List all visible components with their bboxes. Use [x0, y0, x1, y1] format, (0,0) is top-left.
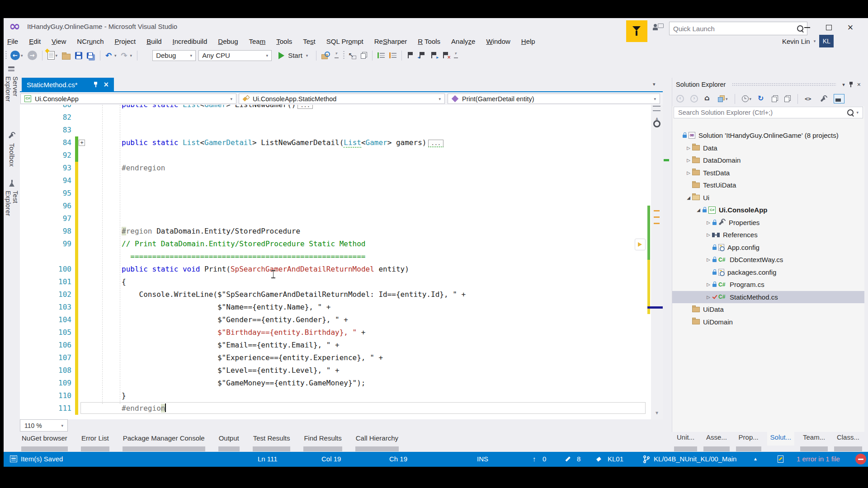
pin-icon[interactable] — [849, 82, 854, 88]
edit-count[interactable]: 8 — [577, 455, 580, 463]
menu-window[interactable]: Window — [481, 35, 515, 47]
pin-icon[interactable] — [93, 82, 98, 88]
tree-item-properties[interactable]: ▷Properties — [672, 216, 864, 229]
menu-ncrunch[interactable]: NCrunch — [71, 35, 109, 47]
menu-test[interactable]: Test — [297, 35, 321, 47]
menu-sql-prompt[interactable]: SQL Prompt — [321, 35, 369, 47]
redo-button[interactable]: ▾ — [120, 50, 133, 61]
overflow-button[interactable] — [334, 51, 340, 60]
restore-button[interactable] — [818, 21, 839, 34]
undo-button[interactable]: ▾ — [104, 50, 118, 61]
menu-incredibuild[interactable]: Incredibuild — [167, 35, 213, 47]
collapse-all-button[interactable] — [783, 94, 792, 103]
code-line-103[interactable]: 103 $"Name=={entity.Name}, " + — [20, 301, 663, 314]
show-all-files-button[interactable] — [771, 94, 779, 103]
overflow-button[interactable] — [453, 51, 460, 60]
code-editor[interactable]: 80 public static List<Gamer> ListNewGame… — [20, 105, 663, 419]
splitter-grip[interactable] — [664, 159, 669, 161]
copy-format-button[interactable] — [360, 51, 368, 60]
pending-changes-filter-button[interactable]: ▾ — [741, 94, 753, 103]
tree-item-dbcontextway-cs[interactable]: ▷DbContextWay.cs — [672, 253, 864, 266]
notifications-icon[interactable] — [778, 455, 783, 463]
tree-item-program-cs[interactable]: ▷Program.cs — [672, 278, 864, 291]
menu-debug[interactable]: Debug — [212, 35, 243, 47]
minimize-button[interactable] — [797, 21, 817, 34]
bookmark-prev-button[interactable]: ◂ — [418, 51, 427, 60]
start-debugging-button[interactable]: Start▾ — [274, 52, 312, 59]
tree-item-data[interactable]: ▷Data — [672, 142, 864, 155]
nav-member-dropdown[interactable]: Print(GamerDetail entity) ▾ — [448, 94, 660, 104]
code-line-95[interactable]: 95 — [20, 187, 663, 200]
panel-tab-output[interactable]: Output — [218, 433, 240, 443]
code-line-92[interactable]: 92 — [20, 149, 663, 162]
code-line-110[interactable]: 110 } — [20, 389, 663, 402]
bookmark-next-button[interactable]: ▸ — [429, 51, 439, 60]
solution-search-input[interactable]: Search Solution Explorer (Ctrl+;) ▾ — [674, 107, 863, 118]
expand-icon[interactable]: ▷ — [705, 295, 712, 300]
tree-item-app-config[interactable]: App.config — [672, 241, 864, 254]
feedback-button[interactable] — [653, 23, 664, 33]
tree-item-ui[interactable]: ◢Ui — [672, 192, 864, 204]
expand-icon[interactable]: ▷ — [685, 145, 692, 150]
bookmark-clear-button[interactable]: × — [441, 51, 450, 60]
tree-item-testuidata[interactable]: TestUiData — [672, 179, 864, 192]
expand-icon[interactable]: ▷ — [705, 220, 712, 225]
branch-collapse-icon[interactable]: ▲ — [753, 456, 758, 461]
view-code-button[interactable] — [804, 95, 815, 103]
collapsed-region-box[interactable]: ... — [428, 140, 443, 147]
add-item-button[interactable] — [61, 51, 71, 61]
sidebar-tab-server-explorer[interactable]: Server Explorer — [4, 66, 20, 124]
se-back-button[interactable] — [675, 94, 685, 103]
code-line-101[interactable]: 101 { — [20, 276, 663, 288]
menu-r-tools[interactable]: R Tools — [412, 35, 446, 47]
find-in-files-button[interactable] — [321, 51, 331, 60]
code-line-80[interactable]: 80 public static List<Gamer> ListNewGame… — [20, 105, 663, 111]
home-button[interactable] — [703, 94, 712, 103]
collapsed-region-box[interactable]: ... — [297, 105, 313, 109]
branch-name[interactable]: KL/04B_NUnit_KL/00_Main — [654, 455, 736, 463]
vertical-scrollbar[interactable] — [651, 105, 663, 419]
code-line-84[interactable]: 84+ public static List<GamerDetail> List… — [20, 136, 663, 149]
document-well-dropdown[interactable]: ▾ — [653, 81, 656, 87]
code-line-109[interactable]: 109 $"GameMoney=={entity.GameMoney}"); — [20, 377, 663, 389]
solution-platform-dropdown[interactable]: Any CPU▾ — [198, 50, 272, 61]
pointer-button[interactable] — [347, 51, 357, 60]
code-line-108[interactable]: 108 $"Level=={entity.Level}, " + — [20, 364, 663, 377]
tree-item-solution-ithandyguy-onlinegame-8-projects[interactable]: Solution 'ItHandyGuy.OnlineGame' (8 proj… — [672, 129, 864, 142]
status-insert-mode[interactable]: INS — [477, 455, 488, 463]
expand-icon[interactable]: ▷ — [705, 282, 712, 287]
solution-explorer-titlebar[interactable]: Solution Explorer ▾ × — [672, 78, 864, 91]
document-tab-staticmethod[interactable]: StaticMethod.cs* × — [22, 78, 114, 91]
explorer-tab-asse[interactable]: Asse... — [703, 430, 730, 446]
toolbar-grip[interactable] — [343, 51, 344, 60]
tree-item-datadomain[interactable]: ▷DataDomain — [672, 154, 864, 167]
nav-forward-button[interactable] — [27, 50, 38, 61]
format-lines-orange-button[interactable] — [388, 52, 397, 59]
toolbar-grip[interactable] — [5, 51, 7, 60]
bookmark-button[interactable] — [406, 51, 415, 60]
sync-with-active-document-button[interactable]: ▾ — [717, 94, 729, 103]
tree-item-uidomain[interactable]: UiDomain — [672, 316, 864, 328]
code-line-104[interactable]: 104 $"Gender=={entity.Gender}, " + — [20, 314, 663, 326]
code-line-83[interactable]: 83 — [20, 124, 663, 136]
resharper-status-icon[interactable] — [653, 120, 660, 127]
code-line-94[interactable]: 94 — [20, 174, 663, 187]
server-name[interactable]: KL01 — [608, 455, 623, 463]
menu-build[interactable]: Build — [141, 35, 167, 47]
save-button[interactable] — [74, 51, 83, 60]
new-file-button[interactable]: ▾ — [47, 50, 59, 61]
panel-tab-test-results[interactable]: Test Results — [252, 433, 291, 443]
code-line-105[interactable]: 105 $"Birthday=={entity.Birthday}, " + — [20, 326, 663, 339]
tree-item-testdata[interactable]: ▷TestData — [672, 167, 864, 179]
code-line-102[interactable]: 102 Console.WriteLine($"SpSearchGamerAnd… — [20, 288, 663, 301]
user-account[interactable]: Kevin Lin ▾ KL — [782, 34, 834, 48]
outline-expand-icon[interactable]: + — [79, 140, 85, 146]
menu-view[interactable]: View — [46, 35, 71, 47]
editor-zoom-dropdown[interactable]: 110 % ▾ — [20, 419, 68, 432]
menu-analyze[interactable]: Analyze — [446, 35, 481, 47]
code-line-106[interactable]: 106 $"Email=={entity.Email}, " + — [20, 339, 663, 352]
quick-launch-input[interactable]: Quick Launch — [669, 22, 807, 35]
collapse-icon[interactable]: ◢ — [685, 195, 692, 200]
menu-help[interactable]: Help — [516, 35, 541, 47]
push-count[interactable]: 0 — [542, 455, 546, 463]
